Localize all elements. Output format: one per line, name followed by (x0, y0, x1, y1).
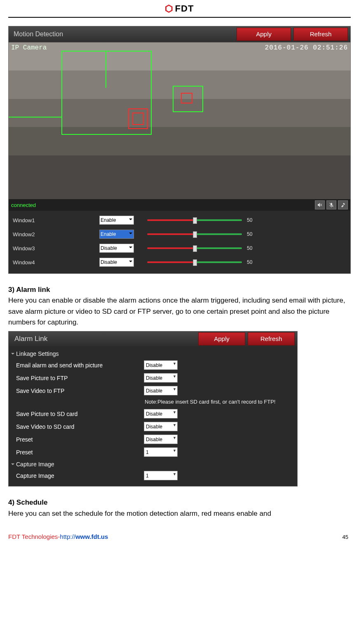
sensitivity-slider[interactable] (147, 261, 242, 263)
detection-marker (132, 113, 144, 125)
section3-body: Here you can enable or disable the alarm… (8, 296, 345, 326)
sensitivity-value: 50 (247, 217, 259, 223)
motion-detection-panel: Motion Detection Apply Refresh IP Camera… (8, 26, 351, 274)
sd-card-note: Note:Please insert SD card first, or can… (9, 397, 297, 407)
setting-row: Save Video to FTP (9, 384, 297, 397)
connection-status: connected (11, 202, 36, 208)
page-number: 45 (343, 534, 351, 540)
sensitivity-value: 50 (247, 231, 259, 237)
setting-label: Capture Image (16, 472, 144, 479)
sensitivity-value: 50 (247, 245, 259, 251)
setting-row: Save Video to SD card (9, 420, 297, 433)
osd-camera-label: IP Camera (11, 44, 47, 52)
setting-label: Preset (16, 449, 144, 456)
refresh-button[interactable]: Refresh (248, 332, 295, 346)
window-label: Window2 (13, 231, 99, 237)
apply-button[interactable]: Apply (237, 28, 291, 41)
setting-select[interactable] (144, 386, 178, 395)
sensitivity-slider[interactable] (147, 233, 242, 235)
window-enable-select[interactable] (99, 244, 134, 253)
motion-title: Motion Detection (14, 31, 237, 38)
setting-row: Preset (9, 433, 297, 446)
window-enable-select[interactable] (99, 216, 134, 225)
setting-label: Email alarm and send with picture (16, 362, 144, 369)
window-enable-select[interactable] (99, 230, 134, 239)
section4-heading: 4) Schedule (8, 498, 47, 506)
setting-row: Capture Image (9, 469, 297, 482)
setting-label: Preset (16, 436, 144, 443)
window-enable-select[interactable] (99, 258, 134, 267)
tools-icon[interactable] (338, 200, 348, 209)
setting-label: Save Video to FTP (16, 388, 144, 394)
linkage-settings-subhead: Linkage Settings (9, 348, 297, 359)
osd-timestamp: 2016-01-26 02:51:26 (265, 44, 348, 52)
alarm-link-panel: Alarm Link Apply Refresh Linkage Setting… (8, 331, 298, 487)
window-label: Window3 (13, 245, 99, 251)
window-row: Window150 (13, 213, 346, 227)
section3-heading: 3) Alarm link (8, 286, 50, 294)
footer-company: FDT Technologies- (8, 533, 60, 540)
setting-select[interactable] (144, 360, 178, 370)
capture-image-subhead: Capture Image (9, 458, 297, 469)
setting-label: Save Picture to FTP (16, 375, 144, 381)
brand-name: FDT (175, 3, 194, 14)
detection-marker (181, 93, 192, 103)
setting-select[interactable] (144, 373, 178, 383)
footer-proto: http:// (60, 533, 75, 540)
setting-label: Save Video to SD card (16, 423, 144, 430)
sensitivity-value: 50 (247, 259, 259, 265)
setting-row: Save Picture to FTP (9, 371, 297, 384)
setting-select[interactable] (144, 409, 178, 418)
window-row: Window350 (13, 241, 346, 255)
mute-icon[interactable] (315, 200, 325, 209)
page-footer: FDT Technologies-http://www.fdt.us 45 (8, 533, 351, 540)
setting-select[interactable] (144, 435, 178, 444)
alarm-title: Alarm Link (14, 335, 198, 343)
refresh-button[interactable]: Refresh (293, 28, 348, 41)
setting-select[interactable] (144, 471, 178, 480)
section4-body: Here you can set the schedule for the mo… (8, 510, 271, 517)
setting-label: Save Picture to SD card (16, 411, 144, 417)
footer-domain: www.fdt.us (75, 533, 108, 540)
setting-select[interactable] (144, 422, 178, 431)
window-row: Window250 (13, 227, 346, 241)
setting-select[interactable] (144, 447, 178, 457)
window-label: Window4 (13, 259, 99, 266)
sensitivity-slider[interactable] (147, 247, 242, 249)
mic-off-icon[interactable] (326, 200, 336, 209)
brand-header: FDT (8, 0, 351, 18)
setting-row: Email alarm and send with picture (9, 359, 297, 371)
crosshair-line (9, 117, 61, 118)
setting-row: Preset (9, 446, 297, 458)
window-row: Window450 (13, 255, 346, 269)
logo-hex-icon (165, 5, 173, 13)
window-label: Window1 (13, 217, 99, 223)
sensitivity-slider[interactable] (147, 219, 242, 221)
setting-row: Save Picture to SD card (9, 407, 297, 420)
video-preview: IP Camera 2016-01-26 02:51:26 (9, 42, 350, 199)
apply-button[interactable]: Apply (198, 332, 245, 346)
